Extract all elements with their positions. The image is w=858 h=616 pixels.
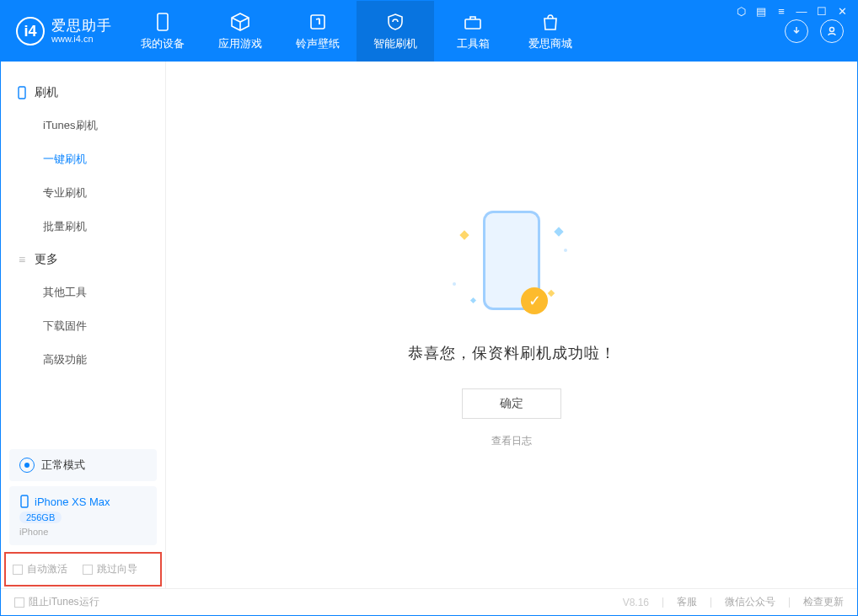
- bag-icon: [539, 11, 561, 33]
- svg-rect-4: [19, 87, 25, 99]
- nav-my-device[interactable]: 我的设备: [124, 1, 201, 62]
- checkbox-block-itunes[interactable]: 阻止iTunes运行: [14, 595, 99, 609]
- menu-icon[interactable]: ≡: [775, 5, 787, 18]
- sidebar-item-pro-flash[interactable]: 专业刷机: [1, 176, 165, 210]
- device-card[interactable]: iPhone XS Max 256GB iPhone: [9, 486, 157, 545]
- sidebar-group-flash: 刷机: [1, 77, 165, 109]
- sidebar-item-itunes-flash[interactable]: iTunes刷机: [1, 109, 165, 142]
- sidebar-item-one-click-flash[interactable]: 一键刷机: [1, 142, 165, 176]
- highlighted-options: 自动激活 跳过向导: [4, 552, 162, 587]
- footer-link-support[interactable]: 客服: [677, 595, 697, 609]
- sidebar: 刷机 iTunes刷机 一键刷机 专业刷机 批量刷机 ≡ 更多 其他工具 下载固…: [1, 62, 166, 588]
- success-illustration: ✓: [419, 201, 604, 319]
- nav-ringtone-wallpaper[interactable]: 铃声壁纸: [279, 1, 357, 62]
- sidebar-item-advanced[interactable]: 高级功能: [1, 343, 165, 377]
- main-content: ✓ 恭喜您，保资料刷机成功啦！ 确定 查看日志: [166, 62, 857, 588]
- svg-rect-2: [465, 19, 480, 29]
- sidebar-item-batch-flash[interactable]: 批量刷机: [1, 210, 165, 244]
- refresh-shield-icon: [384, 11, 406, 33]
- toolbox-icon: [462, 11, 484, 33]
- nav-toolbox[interactable]: 工具箱: [434, 1, 512, 62]
- download-icon[interactable]: [785, 19, 808, 43]
- phone-graphic: ✓: [483, 211, 540, 310]
- checkmark-badge-icon: ✓: [521, 287, 548, 314]
- checkbox-skip-guide[interactable]: 跳过向导: [83, 562, 137, 576]
- minimize-icon[interactable]: ―: [796, 5, 807, 18]
- nav-store[interactable]: 爱思商城: [512, 1, 589, 62]
- close-icon[interactable]: ✕: [836, 5, 848, 18]
- music-note-icon: [307, 11, 329, 33]
- user-icon[interactable]: [820, 19, 844, 43]
- logo[interactable]: i4 爱思助手 www.i4.cn: [1, 1, 124, 62]
- mode-icon: [19, 458, 35, 473]
- mode-card[interactable]: 正常模式: [9, 449, 157, 481]
- nav-apps-games[interactable]: 应用游戏: [201, 1, 279, 62]
- maximize-icon[interactable]: ☐: [816, 5, 828, 18]
- nav-smart-flash[interactable]: 智能刷机: [357, 1, 434, 62]
- version-label: V8.16: [623, 597, 649, 608]
- top-nav: 我的设备 应用游戏 铃声壁纸 智能刷机 工具箱 爱思商城: [124, 1, 589, 62]
- svg-point-3: [830, 28, 834, 32]
- device-icon: [19, 495, 29, 508]
- success-message: 恭喜您，保资料刷机成功啦！: [408, 343, 616, 363]
- svg-rect-0: [158, 13, 168, 30]
- sidebar-item-other-tools[interactable]: 其他工具: [1, 276, 165, 309]
- shirt-icon[interactable]: ⬡: [735, 5, 747, 18]
- ok-button[interactable]: 确定: [462, 388, 561, 419]
- checkbox-auto-activate[interactable]: 自动激活: [13, 562, 67, 576]
- list-icon: ≡: [16, 254, 28, 265]
- cube-icon: [229, 11, 251, 33]
- svg-rect-5: [21, 495, 28, 507]
- note-icon[interactable]: ▤: [755, 5, 767, 18]
- app-name-cn: 爱思助手: [51, 19, 112, 35]
- logo-icon: i4: [16, 17, 45, 46]
- device-capacity: 256GB: [19, 512, 62, 523]
- device-model: iPhone: [19, 527, 48, 537]
- status-bar: 阻止iTunes运行 V8.16 客服 微信公众号 检查更新: [1, 588, 857, 615]
- sidebar-group-more: ≡ 更多: [1, 244, 165, 276]
- device-small-icon: [16, 87, 28, 99]
- app-header: i4 爱思助手 www.i4.cn 我的设备 应用游戏 铃声壁纸 智能刷机 工具…: [1, 1, 857, 62]
- footer-link-update[interactable]: 检查更新: [803, 595, 844, 609]
- view-log-link[interactable]: 查看日志: [491, 434, 532, 448]
- svg-rect-1: [311, 15, 324, 29]
- app-name-en: www.i4.cn: [51, 34, 112, 44]
- footer-link-wechat[interactable]: 微信公众号: [725, 595, 775, 609]
- phone-icon: [152, 11, 174, 33]
- sidebar-item-download-firmware[interactable]: 下载固件: [1, 309, 165, 343]
